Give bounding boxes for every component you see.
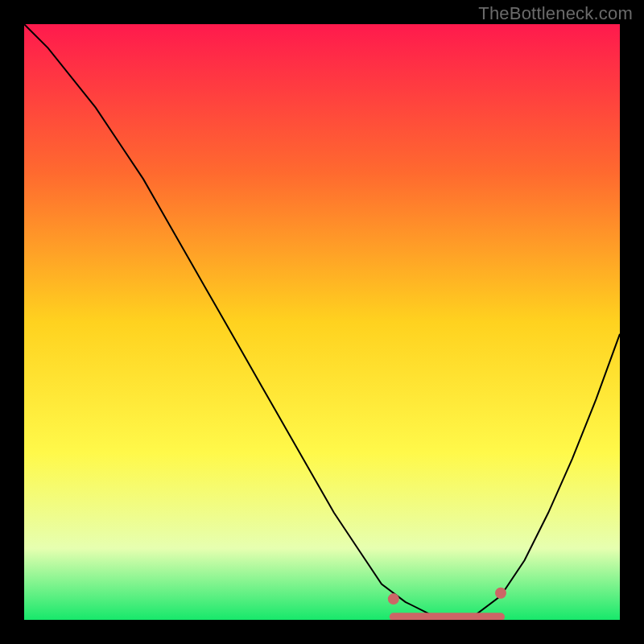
optimal-range-end-dot (495, 588, 506, 599)
gradient-bg (24, 24, 620, 620)
optimal-range-start-dot (388, 593, 399, 605)
watermark: TheBottleneck.com (478, 3, 633, 24)
chart-area (24, 24, 620, 620)
